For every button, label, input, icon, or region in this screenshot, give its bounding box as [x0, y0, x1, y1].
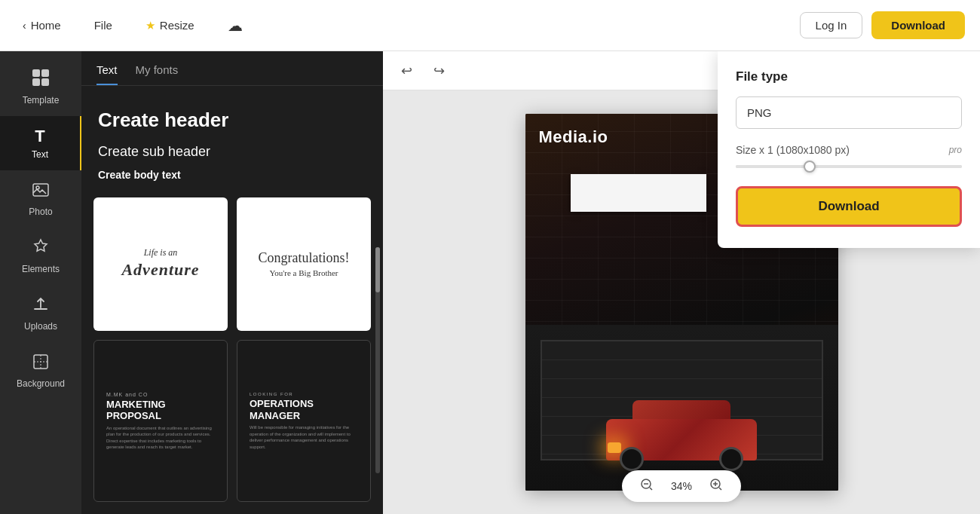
background-icon	[32, 353, 50, 375]
file-button[interactable]: File	[87, 14, 120, 36]
svg-rect-1	[41, 69, 49, 77]
sidebar-item-elements[interactable]: Elements	[0, 228, 81, 285]
car-headlight	[608, 442, 621, 453]
main-area: Template T Text Photo Elements	[0, 51, 980, 514]
scroll-thumb	[375, 247, 380, 292]
svg-line-15	[719, 488, 721, 490]
font-operations-text: LOOKING FOR OPERATIONSMANAGER Will be re…	[243, 386, 364, 456]
sidebar-background-label: Background	[17, 378, 65, 389]
canvas-sign	[571, 174, 706, 212]
font-card-congrats[interactable]: Congratulations! You're a Big Brother	[237, 197, 371, 331]
sidebar-template-label: Template	[23, 95, 60, 106]
sidebar-item-text[interactable]: T Text	[0, 116, 81, 170]
topbar-left: ‹ Home File ★ Resize ☁	[15, 12, 800, 39]
svg-rect-3	[41, 78, 49, 86]
svg-rect-2	[32, 78, 40, 86]
sidebar-item-photo[interactable]: Photo	[0, 170, 81, 228]
text-panel-tabs: Text My fonts	[81, 51, 383, 86]
redo-button[interactable]: ↪	[427, 58, 451, 84]
home-label: Home	[31, 19, 61, 32]
home-button[interactable]: ‹ Home	[15, 14, 69, 36]
download-panel: File type Size x 1 (1080x1080 px) pro Do…	[718, 51, 980, 248]
resize-icon: ★	[145, 19, 155, 32]
sidebar-item-background[interactable]: Background	[0, 342, 81, 399]
canvas-logo: Media.io	[539, 127, 608, 147]
download-panel-label: Download	[818, 199, 879, 213]
elements-icon	[32, 238, 50, 261]
font-grid: Life is an Adventure Congratulations! Yo…	[81, 185, 383, 514]
home-icon: ‹	[23, 20, 26, 32]
pro-badge: pro	[949, 145, 962, 155]
font-adventure-text: Life is an Adventure	[121, 247, 199, 280]
cloud-button[interactable]: ☁	[220, 12, 250, 39]
resize-label: Resize	[160, 19, 194, 32]
cloud-icon: ☁	[228, 17, 243, 35]
photo-icon	[32, 181, 50, 203]
template-icon	[31, 68, 51, 92]
tab-text[interactable]: Text	[96, 63, 118, 85]
font-marketing-text: M.MK and CO MARKETINGPROPOSAL An operati…	[100, 386, 221, 457]
undo-button[interactable]: ↩	[395, 58, 418, 84]
zoom-value: 34%	[667, 480, 696, 492]
red-car	[583, 400, 779, 476]
topbar-right: Log In Download	[800, 11, 965, 39]
svg-line-11	[650, 488, 652, 490]
download-panel-button[interactable]: Download	[736, 186, 962, 227]
canvas-area: ↩ ↪ Media.io	[383, 51, 980, 514]
scroll-indicator[interactable]	[375, 247, 380, 473]
create-subheader-label: Create sub header	[98, 144, 210, 159]
tab-fonts-label: My fonts	[136, 63, 179, 76]
text-panel: Text My fonts Create header Create sub h…	[81, 51, 383, 514]
slider-track	[736, 165, 962, 168]
file-type-input[interactable]	[736, 96, 962, 129]
sidebar-item-uploads[interactable]: Uploads	[0, 285, 81, 342]
create-subheader-button[interactable]: Create sub header	[93, 139, 371, 164]
sidebar-elements-label: Elements	[22, 264, 60, 274]
login-button[interactable]: Log In	[800, 12, 863, 38]
create-body-label: Create body text	[98, 169, 181, 181]
font-card-operations[interactable]: LOOKING FOR OPERATIONSMANAGER Will be re…	[237, 340, 371, 502]
size-slider[interactable]	[736, 165, 962, 168]
icon-sidebar: Template T Text Photo Elements	[0, 51, 81, 514]
font-card-marketing[interactable]: M.MK and CO MARKETINGPROPOSAL An operati…	[93, 340, 228, 502]
zoom-in-button[interactable]	[705, 476, 727, 496]
tab-my-fonts[interactable]: My fonts	[136, 63, 179, 85]
font-card-adventure[interactable]: Life is an Adventure	[93, 197, 228, 331]
car-wheel-left	[620, 447, 644, 471]
zoom-out-icon	[640, 481, 654, 494]
car-wheel-right	[719, 447, 743, 471]
sidebar-uploads-label: Uploads	[24, 321, 57, 332]
undo-icon: ↩	[401, 63, 412, 78]
text-create-buttons: Create header Create sub header Create b…	[81, 86, 383, 185]
create-header-button[interactable]: Create header	[93, 101, 371, 139]
slider-thumb[interactable]	[804, 161, 816, 173]
login-label: Log In	[816, 19, 847, 32]
create-body-button[interactable]: Create body text	[93, 164, 371, 185]
sidebar-text-label: Text	[32, 149, 48, 160]
sidebar-photo-label: Photo	[29, 207, 52, 217]
resize-button[interactable]: ★ Resize	[138, 14, 202, 37]
size-row: Size x 1 (1080x1080 px) pro	[736, 144, 962, 156]
uploads-icon	[32, 295, 50, 318]
download-top-button[interactable]: Download	[871, 11, 965, 39]
font-congrats-text: Congratulations! You're a Big Brother	[259, 249, 350, 280]
file-label: File	[94, 19, 112, 32]
topbar: ‹ Home File ★ Resize ☁ Log In Download	[0, 0, 980, 51]
svg-rect-0	[32, 69, 40, 77]
zoom-bar: 34%	[622, 470, 741, 502]
zoom-in-icon	[709, 481, 723, 494]
tab-text-label: Text	[96, 63, 118, 76]
sidebar-item-template[interactable]: Template	[0, 57, 81, 116]
create-header-label: Create header	[98, 109, 228, 131]
download-panel-title: File type	[736, 69, 962, 84]
garage-door	[525, 325, 838, 491]
download-top-label: Download	[891, 19, 945, 32]
zoom-out-button[interactable]	[635, 476, 658, 496]
redo-icon: ↪	[433, 63, 445, 78]
size-label: Size x 1 (1080x1080 px)	[736, 144, 850, 156]
text-icon: T	[35, 127, 44, 146]
